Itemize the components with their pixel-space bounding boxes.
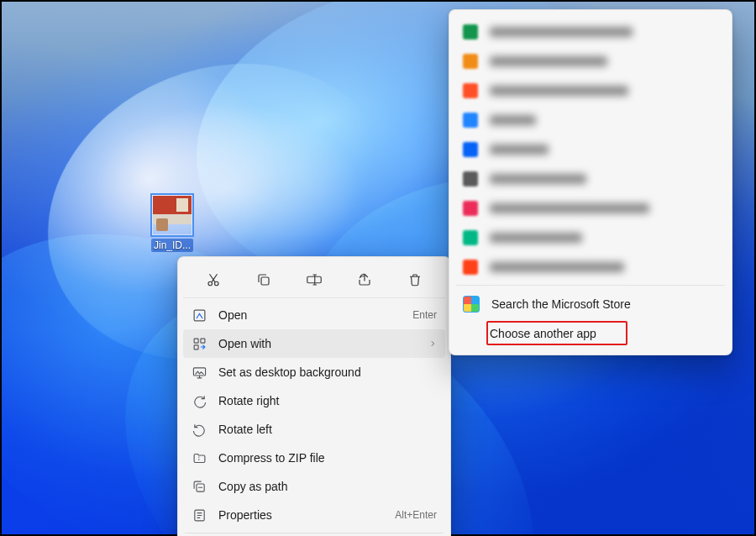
app-icon <box>463 142 478 157</box>
menu-label: Rotate right <box>218 394 437 407</box>
svg-point-0 <box>208 281 213 286</box>
submenu-label <box>490 145 549 155</box>
submenu-label <box>490 262 624 272</box>
submenu-label <box>490 115 536 125</box>
svg-rect-7 <box>194 344 198 349</box>
submenu-app-blurred[interactable] <box>454 134 727 164</box>
svg-rect-3 <box>307 276 322 283</box>
copy-path-icon <box>192 479 207 494</box>
submenu-label: Search the Microsoft Store <box>491 297 631 311</box>
svg-rect-2 <box>261 277 269 285</box>
menu-item-rotate-left[interactable]: Rotate left <box>183 415 445 444</box>
properties-icon <box>192 507 207 523</box>
app-icon <box>463 24 478 39</box>
app-icon <box>463 171 478 187</box>
submenu-app-blurred[interactable] <box>454 76 727 105</box>
submenu-label <box>490 56 607 66</box>
submenu-choose-another[interactable]: Choose another app <box>454 318 727 348</box>
submenu-app-blurred[interactable] <box>454 193 727 223</box>
menu-separator <box>185 533 444 533</box>
share-button[interactable] <box>349 265 380 294</box>
submenu-app-blurred[interactable] <box>454 164 727 193</box>
context-menu: Open Enter Open with Set as desktop back… <box>177 256 451 536</box>
submenu-label <box>490 203 649 213</box>
app-icon <box>463 201 478 216</box>
submenu-label <box>490 86 628 96</box>
copy-button[interactable] <box>249 265 279 294</box>
menu-item-open-with[interactable]: Open with <box>183 329 445 358</box>
desktop-file-icon[interactable]: Jin_ID... <box>143 195 202 255</box>
menu-item-open[interactable]: Open Enter <box>183 301 445 329</box>
menu-label: Copy as path <box>218 480 437 493</box>
app-icon <box>463 113 478 128</box>
submenu-app-blurred[interactable] <box>454 223 727 252</box>
rename-button[interactable] <box>299 265 329 294</box>
submenu-app-blurred[interactable] <box>454 252 727 281</box>
chevron-right-icon <box>428 339 437 348</box>
submenu-label: Choose another app <box>490 327 596 340</box>
file-name: Jin_ID... <box>151 239 193 252</box>
submenu-app-blurred[interactable] <box>454 46 727 76</box>
cut-icon <box>206 272 221 287</box>
app-icon <box>463 83 478 98</box>
compress-icon <box>192 450 207 465</box>
desktop-bg-icon <box>192 365 207 380</box>
context-menu-action-bar <box>183 262 445 298</box>
submenu-label <box>490 27 633 37</box>
menu-label: Compress to ZIP file <box>218 451 437 465</box>
ms-store-icon <box>463 296 480 313</box>
menu-item-set-bg[interactable]: Set as desktop background <box>183 358 445 386</box>
menu-label: Properties <box>218 508 395 522</box>
menu-item-properties[interactable]: Properties Alt+Enter <box>183 501 445 529</box>
open-icon <box>192 307 207 323</box>
open-with-submenu: Search the Microsoft Store Choose anothe… <box>449 9 732 355</box>
menu-separator <box>456 285 725 286</box>
svg-point-1 <box>215 281 219 286</box>
share-icon <box>357 272 372 287</box>
app-icon <box>463 230 478 245</box>
svg-rect-4 <box>194 310 205 321</box>
submenu-label <box>490 233 582 243</box>
submenu-label <box>490 174 586 184</box>
delete-button[interactable] <box>400 265 430 294</box>
rename-icon <box>306 272 323 287</box>
submenu-app-blurred[interactable] <box>454 105 727 134</box>
delete-icon <box>407 272 423 287</box>
menu-item-copy-path[interactable]: Copy as path <box>183 472 445 501</box>
blank-icon <box>463 326 478 341</box>
app-icon <box>463 54 478 69</box>
copy-icon <box>256 272 271 287</box>
file-thumbnail <box>152 195 192 235</box>
rotate-right-icon <box>192 393 207 408</box>
submenu-search-store[interactable]: Search the Microsoft Store <box>454 289 727 318</box>
menu-label: Open <box>218 308 412 322</box>
menu-accel: Alt+Enter <box>395 509 437 521</box>
svg-rect-6 <box>200 339 204 343</box>
menu-label: Set as desktop background <box>218 365 437 379</box>
menu-item-rotate-right[interactable]: Rotate right <box>183 386 445 415</box>
menu-label: Rotate left <box>218 423 437 436</box>
menu-accel: Enter <box>412 309 437 321</box>
menu-label: Open with <box>218 337 428 350</box>
submenu-app-blurred[interactable] <box>454 17 727 46</box>
rotate-left-icon <box>192 422 207 437</box>
cut-button[interactable] <box>198 265 228 294</box>
svg-rect-5 <box>194 339 198 343</box>
app-icon <box>463 260 478 275</box>
menu-item-compress[interactable]: Compress to ZIP file <box>183 444 445 472</box>
open-with-icon <box>192 336 207 351</box>
